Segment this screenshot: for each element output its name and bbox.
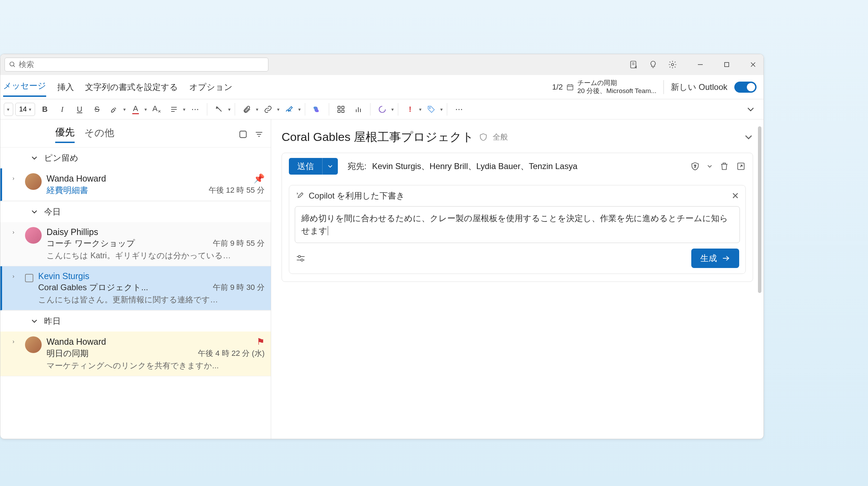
- message-checkbox[interactable]: [25, 274, 33, 282]
- tips-icon[interactable]: [648, 60, 658, 69]
- tab-format-text[interactable]: 文字列の書式を設定する: [85, 79, 178, 95]
- settings-icon[interactable]: [668, 60, 677, 69]
- chevron-down-icon[interactable]: [707, 161, 712, 171]
- thread-classification: 全般: [493, 132, 508, 142]
- calendar-icon: [566, 83, 574, 91]
- font-size-select[interactable]: 14 ▾: [15, 103, 35, 116]
- chevron-down-icon: ▾: [391, 107, 394, 112]
- tab-insert[interactable]: 挿入: [57, 79, 74, 95]
- chevron-down-icon: ▾: [256, 107, 258, 112]
- message-time: 午前 9 時 55 分: [209, 238, 265, 249]
- tag-button[interactable]: [424, 102, 439, 117]
- to-label: 宛先:: [348, 161, 367, 172]
- copilot-prompt-input[interactable]: 締め切りを間に合わせるために、クレー製の屋根板を使用することを決定し、作業を先に…: [295, 206, 740, 243]
- separator: [235, 103, 235, 116]
- font-color-button[interactable]: A: [128, 102, 143, 117]
- popout-icon[interactable]: [736, 161, 746, 171]
- message-sender: Wanda Howard: [47, 337, 106, 347]
- section-yesterday[interactable]: 昨日: [0, 310, 271, 332]
- app-window: メッセージ 挿入 文字列の書式を設定する オプション 1/2 チームの同期 20…: [0, 54, 764, 439]
- send-button-dropdown[interactable]: [323, 158, 338, 175]
- underline-button[interactable]: U: [72, 102, 87, 117]
- chevron-down-icon: ▾: [144, 107, 147, 112]
- more-format-button[interactable]: ⋯: [187, 102, 203, 117]
- sync-text: チームの同期 20 分後、Microsoft Team...: [577, 79, 657, 95]
- message-item[interactable]: › Wanda Howard📌 経費明細書午後 12 時 55 分: [0, 168, 271, 201]
- svg-rect-6: [725, 62, 729, 67]
- strikethrough-button[interactable]: S: [89, 102, 105, 117]
- compose-header: 送信 宛先: Kevin Sturgis、Henry Brill、Lydia B…: [282, 153, 753, 179]
- italic-button[interactable]: I: [55, 102, 70, 117]
- message-item[interactable]: › Wanda Howard⚑ 明日の同期午後 4 時 22 分 (水) マーケ…: [0, 332, 271, 376]
- filter-icon[interactable]: [254, 129, 264, 139]
- copilot-close-button[interactable]: ✕: [732, 191, 739, 201]
- apps-button[interactable]: [333, 102, 349, 117]
- paragraph-button[interactable]: [166, 102, 182, 117]
- message-sender: Kevin Sturgis: [38, 271, 89, 281]
- font-family-select[interactable]: ▾: [4, 103, 13, 116]
- expand-chevron-icon[interactable]: ›: [12, 227, 20, 261]
- separator: [305, 103, 305, 116]
- discard-icon[interactable]: [719, 161, 729, 171]
- section-today[interactable]: 今日: [0, 201, 271, 222]
- styles-button[interactable]: [211, 102, 227, 117]
- importance-button[interactable]: !: [402, 102, 418, 117]
- expand-chevron-icon[interactable]: ›: [12, 336, 20, 371]
- to-recipients[interactable]: Kevin Sturgis、Henry Brill、Lydia Bauer、Te…: [372, 161, 577, 172]
- copilot-footer: 生成: [289, 243, 745, 274]
- send-button[interactable]: 送信: [289, 158, 338, 175]
- link-button[interactable]: [260, 102, 276, 117]
- poll-button[interactable]: [351, 102, 366, 117]
- copilot-toolbar-button[interactable]: [309, 102, 325, 117]
- ribbon-expand-button[interactable]: [745, 102, 760, 117]
- tab-other[interactable]: その他: [84, 126, 114, 142]
- search-box[interactable]: [5, 58, 268, 72]
- avatar: [25, 227, 42, 244]
- chevron-down-icon: ▾: [440, 107, 443, 112]
- encrypt-icon[interactable]: ?: [690, 161, 700, 171]
- search-input[interactable]: [19, 60, 264, 69]
- message-body: Wanda Howard⚑ 明日の同期午後 4 時 22 分 (水) マーケティ…: [47, 336, 265, 371]
- chevron-down-icon[interactable]: [744, 133, 753, 142]
- expand-chevron-icon[interactable]: ›: [12, 173, 20, 196]
- meeting-widget[interactable]: 1/2 チームの同期 20 分後、Microsoft Team...: [552, 79, 656, 95]
- tab-options[interactable]: オプション: [189, 79, 233, 95]
- loop-button[interactable]: [375, 102, 390, 117]
- notes-icon[interactable]: [629, 60, 639, 69]
- copilot-draft-icon: [295, 191, 304, 200]
- chevron-down-icon: ▾: [277, 107, 279, 112]
- close-button[interactable]: [747, 58, 759, 71]
- new-outlook-toggle[interactable]: [734, 82, 757, 93]
- message-item[interactable]: › Kevin Sturgis Coral Gables プロジェクト...午前…: [0, 266, 271, 310]
- message-preview: こんにちは皆さん。更新情報に関する連絡です…: [38, 294, 265, 305]
- flag-icon[interactable]: ⚑: [257, 336, 265, 347]
- maximize-button[interactable]: [720, 58, 733, 71]
- message-item[interactable]: › Daisy Phillips コーチ ワークショップ午前 9 時 55 分 …: [0, 222, 271, 266]
- layout-icon[interactable]: [238, 129, 248, 139]
- tab-focused[interactable]: 優先: [55, 126, 75, 143]
- pin-icon[interactable]: 📌: [253, 173, 265, 184]
- signature-button[interactable]: [282, 102, 297, 117]
- bold-button[interactable]: B: [37, 102, 52, 117]
- attach-button[interactable]: [239, 102, 254, 117]
- minimize-button[interactable]: [694, 58, 707, 71]
- expand-chevron-icon[interactable]: ›: [12, 271, 20, 305]
- arrow-right-icon: [722, 255, 730, 262]
- send-button-main[interactable]: 送信: [289, 158, 323, 175]
- copilot-panel: Copilot を利用した下書き ✕ 締め切りを間に合わせるために、クレー製の屋…: [289, 185, 746, 274]
- more-button[interactable]: ⋯: [451, 102, 467, 117]
- new-outlook-label: 新しい Outlook: [671, 82, 727, 93]
- tab-message[interactable]: メッセージ: [3, 77, 46, 97]
- divider: [663, 80, 664, 94]
- chevron-down-icon: [31, 208, 38, 215]
- sync-detail: 20 分後、Microsoft Team...: [577, 87, 657, 95]
- message-list: 優先 その他 ピン留め › Wanda Howard📌 経費明細書午後 12 時…: [0, 119, 271, 439]
- svg-rect-16: [338, 106, 340, 109]
- generate-button[interactable]: 生成: [691, 249, 739, 268]
- clear-format-button[interactable]: A✕: [149, 102, 164, 117]
- adjust-icon[interactable]: [295, 254, 306, 262]
- scrollbar[interactable]: [758, 126, 761, 293]
- chevron-down-icon: ▾: [228, 107, 231, 112]
- section-pinned[interactable]: ピン留め: [0, 147, 271, 168]
- highlight-button[interactable]: [107, 102, 122, 117]
